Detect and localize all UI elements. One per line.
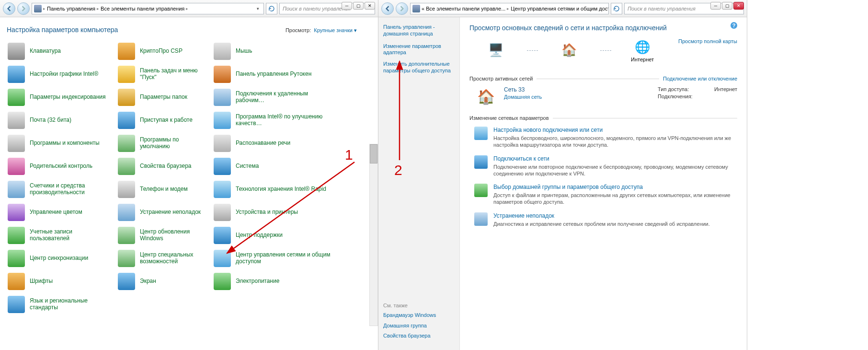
- control-panel-item[interactable]: Параметры папок: [117, 87, 208, 107]
- control-panel-item[interactable]: Клавиатура: [7, 41, 112, 61]
- cp-item-label: Центр специальных возможностей: [140, 252, 207, 265]
- cp-item-icon: [118, 273, 135, 290]
- net-node-computer[interactable]: 🖥️: [469, 41, 522, 59]
- see-also-link[interactable]: Брандмауэр Windows: [383, 312, 455, 319]
- home-network-icon: 🏠: [474, 86, 497, 106]
- control-panel-item[interactable]: Настройки графики Intel®: [7, 64, 112, 84]
- address-bar[interactable]: « Все элементы панели управле... ▸ Центр…: [410, 3, 609, 14]
- address-row: « Все элементы панели управле... ▸ Центр…: [378, 0, 747, 17]
- control-panel-item[interactable]: Электропитание: [213, 271, 337, 292]
- control-panel-item[interactable]: Центр управления сетями и общим доступом: [213, 248, 337, 268]
- vertical-scrollbar[interactable]: [369, 144, 378, 326]
- control-panel-item[interactable]: Почта (32 бита): [7, 110, 112, 130]
- view-full-map-link[interactable]: Просмотр полной карты: [678, 38, 737, 44]
- nav-back-button[interactable]: [381, 2, 394, 15]
- nav-forward-button[interactable]: [17, 2, 30, 15]
- control-panel-item[interactable]: КриптоПро CSP: [117, 41, 208, 61]
- breadcrumb-seg[interactable]: Все элементы панели управле...: [426, 6, 505, 12]
- cp-item-label: Клавиатура: [30, 48, 61, 55]
- side-link[interactable]: Изменение параметров адаптера: [383, 43, 455, 57]
- control-panel-item[interactable]: Устранение неполадок: [117, 202, 208, 222]
- cp-item-label: Панель управления Рутокен: [236, 71, 311, 78]
- refresh-button[interactable]: [266, 3, 277, 14]
- control-panel-item[interactable]: Система: [213, 156, 337, 176]
- control-panel-item[interactable]: Центр обновления Windows: [117, 225, 208, 245]
- cp-item-label: Центр синхронизации: [30, 255, 88, 262]
- net-node-router[interactable]: 🏠: [543, 41, 595, 59]
- cp-item-label: Шрифты: [30, 278, 53, 285]
- view-mode-dropdown[interactable]: Крупные значки ▾: [314, 27, 357, 34]
- control-panel-item[interactable]: Родительский контроль: [7, 156, 112, 176]
- cp-item-label: КриптоПро CSP: [140, 48, 183, 55]
- side-pane: Панель управления - домашняя страница Из…: [378, 17, 460, 350]
- maximize-button[interactable]: ▢: [353, 2, 364, 10]
- scroll-thumb[interactable]: [370, 144, 377, 163]
- cp-item-icon: [8, 296, 25, 313]
- cp-item-icon: [214, 135, 231, 152]
- control-panel-item[interactable]: Панель задач и меню ''Пуск'': [117, 64, 208, 84]
- net-node-internet[interactable]: 🌐 Интернет: [616, 38, 669, 62]
- network-center-window: ─ ▢ ✕ « Все элементы панели управле... ▸…: [378, 0, 747, 350]
- see-also-link[interactable]: Домашняя группа: [383, 323, 455, 329]
- cp-item-label: Мышь: [236, 48, 252, 55]
- close-button[interactable]: ✕: [733, 2, 744, 10]
- control-panel-item[interactable]: Учетные записи пользователей: [7, 225, 112, 245]
- control-panel-item[interactable]: Экран: [117, 271, 208, 292]
- control-panel-item[interactable]: Центр синхронизации: [7, 248, 112, 268]
- control-panel-item[interactable]: Программы по умолчанию: [117, 133, 208, 153]
- control-panel-item[interactable]: Телефон и модем: [117, 179, 208, 199]
- control-panel-item[interactable]: Устройства и принтеры: [213, 202, 337, 222]
- cp-item-label: Почта (32 бита): [30, 117, 71, 124]
- breadcrumb-seg[interactable]: Панель управления: [47, 6, 95, 12]
- connect-disconnect-link[interactable]: Подключение или отключение: [663, 76, 737, 82]
- control-panel-item[interactable]: Программа Intel® по улучшению качеств…: [213, 110, 337, 130]
- control-panel-item[interactable]: Подключения к удаленным рабочим…: [213, 87, 337, 107]
- task-title-link[interactable]: Подключиться к сети: [493, 155, 737, 162]
- cp-item-icon: [8, 89, 25, 106]
- maximize-button[interactable]: ▢: [722, 2, 732, 10]
- addr-dropdown[interactable]: ▾: [254, 4, 262, 13]
- task-title-link[interactable]: Настройка нового подключения или сети: [493, 127, 737, 133]
- control-panel-item[interactable]: Распознавание речи: [213, 133, 337, 153]
- control-panel-item[interactable]: Шрифты: [7, 271, 112, 292]
- control-panel-item[interactable]: Центр специальных возможностей: [117, 248, 208, 268]
- cp-item-label: Счетчики и средства производительности: [30, 183, 111, 196]
- help-icon[interactable]: ?: [730, 21, 738, 30]
- minimize-button[interactable]: ─: [710, 2, 721, 10]
- control-panel-item[interactable]: Свойства браузера: [117, 156, 208, 176]
- control-panel-item[interactable]: Язык и региональные стандарты: [7, 294, 112, 315]
- minimize-button[interactable]: ─: [342, 2, 352, 10]
- control-panel-item[interactable]: Технология хранения Intel® Rapid: [213, 179, 337, 199]
- task-description: Диагностика и исправление сетевых пробле…: [493, 221, 710, 227]
- task-description: Подключение или повторное подключение к …: [493, 163, 737, 177]
- side-link[interactable]: Изменить дополнительные параметры общего…: [383, 61, 455, 74]
- control-panel-item[interactable]: Параметры индексирования: [7, 87, 112, 107]
- see-also-link[interactable]: Свойства браузера: [383, 333, 455, 339]
- breadcrumb-seg[interactable]: Центр управления сетями и общим доступом: [511, 6, 609, 12]
- network-type-link[interactable]: Домашняя сеть: [504, 94, 542, 100]
- control-panel-item[interactable]: Счетчики и средства производительности: [7, 179, 112, 199]
- nav-forward-button[interactable]: [396, 2, 408, 15]
- task-icon: [474, 127, 488, 140]
- task-title-link[interactable]: Выбор домашней группы и параметров общег…: [493, 184, 737, 190]
- control-panel-item[interactable]: Программы и компоненты: [7, 133, 112, 153]
- address-bar[interactable]: ▸ Панель управления ▸ Все элементы панел…: [32, 3, 264, 14]
- control-panel-item[interactable]: Управление цветом: [7, 202, 112, 222]
- control-panel-item[interactable]: Приступая к работе: [117, 110, 208, 130]
- task-title-link[interactable]: Устранение неполадок: [493, 212, 710, 219]
- cp-item-icon: [8, 135, 25, 152]
- cp-item-icon: [214, 250, 231, 267]
- task-icon: [474, 184, 488, 197]
- network-center-icon: [412, 5, 420, 12]
- cp-item-label: Устройства и принтеры: [236, 209, 298, 216]
- breadcrumb-seg[interactable]: Все элементы панели управления: [101, 6, 184, 12]
- control-panel-item[interactable]: Мышь: [213, 41, 337, 61]
- nav-back-button[interactable]: [3, 2, 15, 15]
- control-panel-item[interactable]: Центр поддержки: [213, 225, 337, 245]
- cp-item-icon: [214, 181, 231, 198]
- control-panel-item[interactable]: Панель управления Рутокен: [213, 64, 337, 84]
- control-panel-home-link[interactable]: Панель управления - домашняя страница: [383, 24, 455, 37]
- close-button[interactable]: ✕: [365, 2, 375, 10]
- refresh-button[interactable]: [611, 3, 622, 14]
- cp-item-icon: [118, 43, 135, 60]
